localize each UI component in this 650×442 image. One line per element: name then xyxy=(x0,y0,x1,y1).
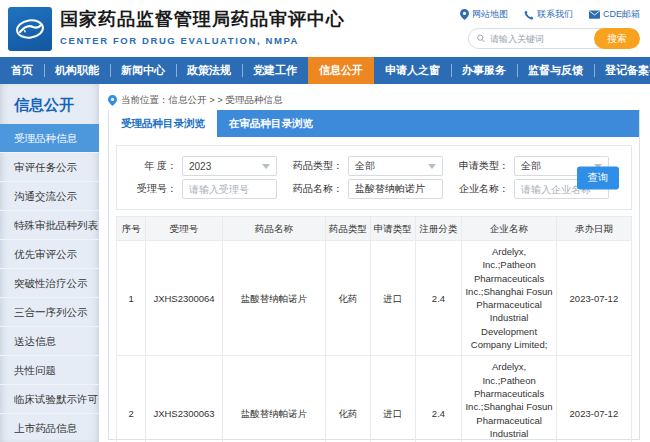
sidebar-item[interactable]: 上市药品信息 xyxy=(0,414,99,442)
contact-label: 联系我们 xyxy=(537,8,573,21)
cell-company: Ardelyx, Inc.;Patheon Pharmaceuticals In… xyxy=(462,356,556,442)
site-title: 国家药品监督管理局药品审评中心 xyxy=(60,7,345,31)
nav-item[interactable]: 监督与反馈 xyxy=(517,57,594,84)
sidebar-item[interactable]: 共性问题 xyxy=(0,356,99,385)
col-header-drug-type: 药品类型 xyxy=(326,217,371,241)
phone-icon xyxy=(524,10,534,20)
nav-item-label: 信息公开 xyxy=(319,63,363,78)
sidebar-item-label: 特殊审批品种列表 xyxy=(14,219,98,231)
location-pin-icon xyxy=(108,95,117,106)
nav-item-label: 党建工作 xyxy=(253,63,297,78)
sidebar-item-label: 沟通交流公示 xyxy=(14,190,77,202)
sidebar-item-label: 上市药品信息 xyxy=(14,422,77,434)
content-panel: 受理品种目录浏览 在审品种目录浏览 年 度： 2023 药品类型： xyxy=(108,110,640,440)
site-header: 国家药品监督管理局药品审评中心 CENTER FOR DRUG EVALUATI… xyxy=(0,0,650,57)
drug-type-label: 药品类型： xyxy=(291,159,343,173)
nav-item[interactable]: 首页 xyxy=(0,57,44,84)
sidebar-item-label: 临床试验默示许可 xyxy=(14,393,98,405)
col-header-company: 企业名称 xyxy=(462,217,556,241)
chevron-down-icon xyxy=(262,164,270,169)
sidebar-item-label: 受理品种信息 xyxy=(14,132,77,144)
logo-swoosh-icon xyxy=(13,12,47,46)
mailbox-label: CDE邮箱 xyxy=(603,8,640,21)
mailbox-link[interactable]: CDE邮箱 xyxy=(589,8,640,21)
sidebar: 信息公开 受理品种信息 审评任务公示 沟通交流公示 特殊审批品种列表 优先审评公… xyxy=(0,84,99,442)
cell-company: Ardelyx, Inc.;Patheon Pharmaceuticals In… xyxy=(462,241,556,356)
tabbar: 受理品种目录浏览 在审品种目录浏览 xyxy=(109,110,639,137)
acceptance-no-input[interactable] xyxy=(182,179,277,199)
year-select-value: 2023 xyxy=(189,161,211,172)
sidebar-item-label: 三合一序列公示 xyxy=(14,306,88,318)
table-row: 1 JXHS2300064 盐酸替纳帕诺片 化药 进口 2.4 Ardelyx,… xyxy=(117,241,632,356)
year-select[interactable]: 2023 xyxy=(182,156,277,176)
nav-item[interactable]: 办事服务 xyxy=(451,57,517,84)
table-header-row: 序号 受理号 药品名称 药品类型 申请类型 注册分类 企业名称 承办日期 xyxy=(117,217,632,241)
nav-item[interactable]: 登记备案平台 xyxy=(594,57,650,84)
sidebar-item-label: 送达信息 xyxy=(14,335,56,347)
sidebar-item[interactable]: 突破性治疗公示 xyxy=(0,269,99,298)
cell-no: 2 xyxy=(117,356,146,442)
quick-links: 网站地图 联系我们 CDE邮箱 xyxy=(460,8,640,21)
nav-item-label: 监督与反馈 xyxy=(528,63,583,78)
header-searchbar: 搜索 xyxy=(468,28,640,49)
col-header-no: 序号 xyxy=(117,217,146,241)
drug-type-select[interactable]: 全部 xyxy=(348,156,443,176)
sidebar-item-label: 突破性治疗公示 xyxy=(14,277,88,289)
results-table: 序号 受理号 药品名称 药品类型 申请类型 注册分类 企业名称 承办日期 1 xyxy=(116,216,632,442)
nav-item[interactable]: 新闻中心 xyxy=(110,57,176,84)
cell-drug-type: 化药 xyxy=(326,356,371,442)
nav-item-label: 申请人之窗 xyxy=(385,63,440,78)
cell-reg-class: 2.4 xyxy=(415,356,462,442)
col-header-date: 承办日期 xyxy=(556,217,631,241)
cell-acceptance-no: JXHS2300063 xyxy=(146,356,222,442)
nav-item-label: 登记备案平台 xyxy=(605,63,650,78)
cell-apply-type: 进口 xyxy=(370,241,415,356)
col-header-apply-type: 申请类型 xyxy=(370,217,415,241)
cell-date: 2023-07-12 xyxy=(556,356,631,442)
cell-acceptance-no: JXHS2300064 xyxy=(146,241,222,356)
drug-name-input[interactable] xyxy=(348,179,443,199)
breadcrumb: 当前位置：信息公开 > > 受理品种信息 xyxy=(108,90,640,110)
nav-item[interactable]: 党建工作 xyxy=(242,57,308,84)
sidebar-item-label: 审评任务公示 xyxy=(14,161,77,173)
search-button[interactable]: 搜索 xyxy=(594,28,640,49)
cell-drug-name: 盐酸替纳帕诺片 xyxy=(222,356,326,442)
site-subtitle: CENTER FOR DRUG EVALUATION, NMPA xyxy=(60,35,345,46)
sidebar-item[interactable]: 三合一序列公示 xyxy=(0,298,99,327)
tab-label: 受理品种目录浏览 xyxy=(121,117,205,131)
year-label: 年 度： xyxy=(125,159,177,173)
sidebar-item[interactable]: 沟通交流公示 xyxy=(0,182,99,211)
tab[interactable]: 在审品种目录浏览 xyxy=(217,110,325,137)
tab[interactable]: 受理品种目录浏览 xyxy=(109,110,217,137)
sidebar-item[interactable]: 审评任务公示 xyxy=(0,153,99,182)
nav-item-label: 政策法规 xyxy=(187,63,231,78)
nav-item[interactable]: 机构职能 xyxy=(44,57,110,84)
nav-item[interactable]: 信息公开 xyxy=(308,57,374,84)
nav-item[interactable]: 政策法规 xyxy=(176,57,242,84)
sidebar-item[interactable]: 临床试验默示许可 xyxy=(0,385,99,414)
filter-box: 年 度： 2023 药品类型： 全部 申请类型： 全部 xyxy=(116,145,632,210)
col-header-reg-class: 注册分类 xyxy=(415,217,462,241)
acceptance-no-label: 受理号： xyxy=(125,182,177,196)
main-nav: 首页 机构职能 新闻中心 政策法规 党建工作 信息公开 申请人之窗 办事服务 监… xyxy=(0,57,650,84)
sidebar-item[interactable]: 受理品种信息 xyxy=(0,124,99,153)
query-button[interactable]: 查询 xyxy=(577,166,619,189)
sidebar-item[interactable]: 送达信息 xyxy=(0,327,99,356)
sidebar-item-label: 共性问题 xyxy=(14,364,56,376)
col-header-drug-name: 药品名称 xyxy=(222,217,326,241)
drug-type-select-value: 全部 xyxy=(355,159,375,173)
col-header-acceptance-no: 受理号 xyxy=(146,217,222,241)
search-input[interactable] xyxy=(490,34,609,44)
search-icon xyxy=(477,34,485,43)
table-row: 2 JXHS2300063 盐酸替纳帕诺片 化药 进口 2.4 Ardelyx,… xyxy=(117,356,632,442)
sitemap-label: 网站地图 xyxy=(472,8,508,21)
sitemap-link[interactable]: 网站地图 xyxy=(460,8,508,21)
sidebar-item[interactable]: 优先审评公示 xyxy=(0,240,99,269)
cde-logo xyxy=(8,7,52,51)
company-name-label: 企业名称： xyxy=(457,182,509,196)
nav-item[interactable]: 申请人之窗 xyxy=(374,57,451,84)
chevron-down-icon xyxy=(428,164,436,169)
contact-link[interactable]: 联系我们 xyxy=(524,8,573,21)
sidebar-item[interactable]: 特殊审批品种列表 xyxy=(0,211,99,240)
nav-item-label: 首页 xyxy=(11,63,33,78)
